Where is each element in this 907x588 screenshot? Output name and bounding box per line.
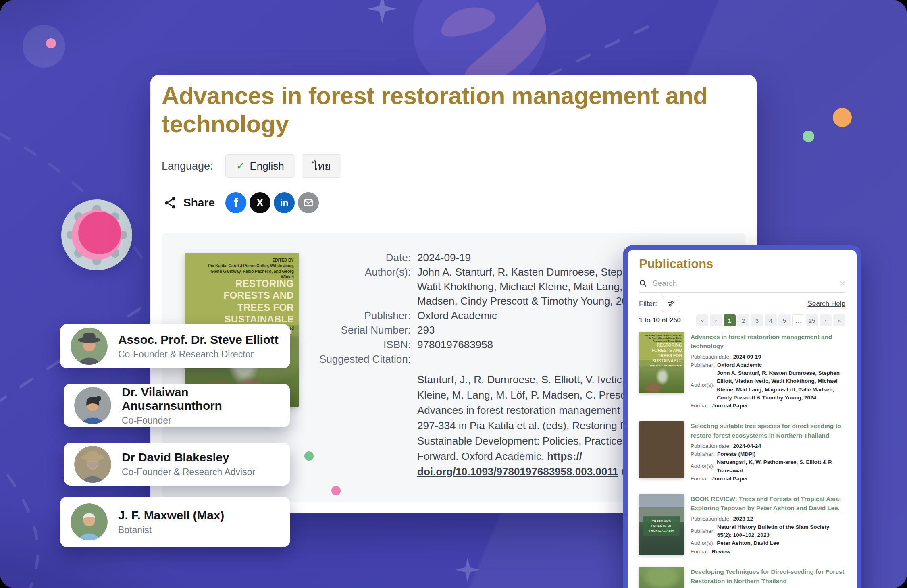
team-member-role: Co-Founder & Research Advisor [122, 467, 255, 478]
pagination-page-4[interactable]: 4 [765, 314, 777, 326]
publications-panel: Publications × Filter: Se [623, 245, 861, 588]
team-member-role: Co-Founder & Research Director [118, 349, 278, 360]
team-member-role: Co-Founder [122, 415, 290, 426]
isbn-value: 9780197683958 [417, 337, 493, 352]
thumb-cover-photo [639, 366, 684, 393]
pagination-page-1[interactable]: 1 [724, 314, 736, 326]
search-bar: × [639, 275, 845, 293]
circle-decoration [23, 25, 65, 68]
publication-date-label: Publication date: [691, 515, 731, 523]
authors-label: Author(s): [691, 462, 714, 470]
publication-title-link[interactable]: Selecting suitable tree species for dire… [691, 421, 845, 440]
results-range: 1 to 10 of 250 [639, 316, 681, 324]
date-value: 2024-09-19 [417, 250, 471, 265]
thumb-cover-editors: Pia Katila, Carol J Pierce Colfer, Wil d… [642, 334, 682, 343]
format-value: Review [712, 548, 731, 556]
dot-decoration [833, 108, 852, 127]
publisher-value: Forests (MDPI) [717, 450, 755, 458]
publication-date-label: Publication date: [691, 442, 731, 450]
sliders-icon [667, 300, 675, 308]
pagination-last-button[interactable]: » [833, 314, 845, 326]
publications-title: Publications [639, 257, 845, 271]
language-english-button[interactable]: ✓ English [225, 154, 295, 178]
format-value: Journal Paper [712, 475, 748, 483]
format-value: Journal Paper [712, 402, 748, 410]
serial-number-label: Serial Number: [307, 323, 411, 337]
search-icon [639, 279, 647, 287]
publisher-label: Publisher: [691, 527, 715, 535]
publication-title-link[interactable]: Developing Techniques for Direct-seeding… [691, 567, 845, 586]
page-title: Advances in forest restoration managemen… [162, 82, 710, 138]
language-thai-button[interactable]: ไทย [302, 154, 341, 178]
x-share-button[interactable]: X [250, 192, 270, 213]
dot-decoration [803, 131, 814, 142]
team-card-maxwell[interactable]: J. F. Maxwell (Max) Botanist [60, 497, 290, 547]
publication-title-link[interactable]: Advances in forest restoration managemen… [691, 332, 845, 351]
linkedin-icon: in [280, 197, 288, 208]
thumb-cover-title: RESTORING FORESTS AND TREES FOR SUSTAINA… [642, 343, 682, 369]
share-icon [163, 196, 177, 210]
avatar [71, 328, 108, 365]
doi-link[interactable]: https:// [547, 450, 582, 462]
team-member-name: Assoc. Prof. Dr. Steve Elliott [118, 333, 278, 347]
language-english-label: English [250, 160, 284, 172]
publication-thumbnail[interactable]: Pia Katila, Carol J Pierce Colfer, Wil d… [639, 332, 684, 393]
authors-value: Peter Ashton, David Lee [717, 539, 779, 547]
pagination-ellipsis: … [792, 314, 804, 326]
dashed-arc-decoration [8, 476, 38, 588]
email-share-button[interactable] [298, 192, 319, 213]
book-cover-edited-by: EDITED BY Pia Katila, Carol J Pierce Col… [201, 258, 294, 280]
authors-value: Naruangsri, K, W. Pathom-aree, S. Elliot… [717, 458, 845, 475]
format-label: Format: [691, 548, 709, 556]
sparkle-icon [455, 557, 480, 582]
pagination-next-button[interactable]: › [820, 314, 832, 326]
team-card-vilaiwan[interactable]: Dr. Vilaiwan Anusarnsunthorn Co-Founder [64, 384, 290, 427]
thumb-cover-title: TREES AND FORESTS OF TROPICAL ASIA [643, 516, 680, 536]
publisher-label: Publisher: [307, 308, 411, 323]
filter-bar: Filter: Search Help [639, 296, 845, 312]
language-thai-label: ไทย [312, 158, 331, 175]
pagination-page-2[interactable]: 2 [737, 314, 749, 326]
team-card-david-blakesley[interactable]: Dr David Blakesley Co-Founder & Research… [64, 443, 290, 486]
publisher-label: Publisher: [691, 450, 715, 458]
share-label: Share [183, 196, 215, 209]
pagination-page-5[interactable]: 5 [778, 314, 791, 326]
pagination-page-25[interactable]: 25 [806, 314, 818, 326]
avatar [71, 503, 108, 540]
authors-label: Author(s): [691, 381, 714, 389]
pagination-bar: 1 to 10 of 250 « ‹ 1 2 3 4 5 … 25 › » [639, 314, 845, 326]
publication-list-item: Selecting suitable tree species for dire… [639, 421, 845, 483]
publication-thumbnail[interactable]: TREES AND FORESTS OF TROPICAL ASIA [639, 494, 684, 555]
team-member-name: Dr David Blakesley [122, 451, 255, 464]
doi-link[interactable]: doi.org/10.1093/9780197683958.003.0011 [417, 465, 618, 478]
sparkle-icon [368, 0, 397, 23]
search-input[interactable] [652, 278, 840, 288]
clear-search-icon[interactable]: × [840, 278, 845, 288]
dot-decoration [46, 38, 56, 48]
facebook-share-button[interactable]: f [225, 192, 246, 213]
publisher-value: Oxford Academic [417, 308, 497, 323]
team-member-role: Botanist [118, 525, 224, 536]
avatar [74, 446, 111, 483]
language-label: Language: [162, 160, 213, 172]
search-help-link[interactable]: Search Help [807, 300, 845, 308]
team-member-name: J. F. Maxwell (Max) [118, 509, 224, 522]
linkedin-share-button[interactable]: in [274, 192, 295, 213]
avatar [74, 387, 111, 424]
publication-thumbnail[interactable] [639, 567, 684, 588]
publisher-label: Publisher: [691, 361, 715, 369]
publication-thumbnail[interactable] [639, 421, 684, 478]
team-member-name: Dr. Vilaiwan Anusarnsunthorn [122, 385, 290, 413]
team-card-steve-elliott[interactable]: Assoc. Prof. Dr. Steve Elliott Co-Founde… [60, 324, 290, 368]
filter-button[interactable] [662, 296, 680, 312]
pagination-prev-button[interactable]: ‹ [710, 314, 722, 326]
date-label: Date: [307, 250, 411, 265]
publication-title-link[interactable]: BOOK REVIEW: Trees and Forests of Tropic… [691, 494, 845, 513]
publication-date-value: 2023-12 [733, 515, 753, 523]
format-label: Format: [691, 402, 709, 410]
page-background: Advances in forest restoration managemen… [0, 0, 907, 588]
pagination-page-3[interactable]: 3 [751, 314, 763, 326]
publisher-value: Oxford Academic [717, 361, 762, 369]
pagination-first-button[interactable]: « [696, 314, 708, 326]
publications-list: Pia Katila, Carol J Pierce Colfer, Wil d… [639, 332, 845, 588]
